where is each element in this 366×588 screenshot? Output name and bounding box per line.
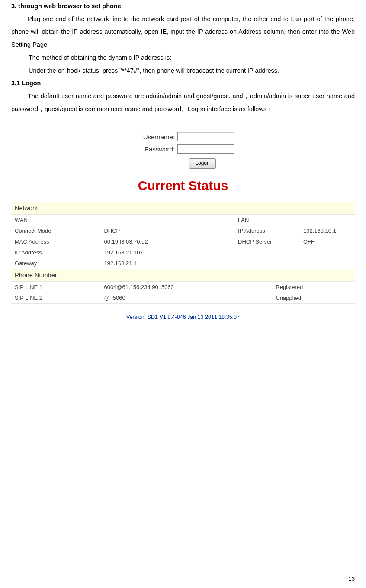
- para-logon: The default user name and password are a…: [11, 90, 355, 116]
- heading-3: 3. through web browser to set phone: [11, 0, 355, 13]
- divider: [11, 323, 355, 323]
- table-row: SIP LINE 16004@61.156.234.90 :5060Regist…: [11, 282, 355, 292]
- network-table: WANLAN Connect ModeDHCPIP Address192.168…: [11, 215, 355, 269]
- phone-section-header: Phone Number: [11, 269, 355, 282]
- cell: 192.168.10.1: [300, 225, 355, 236]
- password-label: Password:: [132, 145, 175, 153]
- cell: 192.168.21.1: [100, 258, 234, 269]
- cell: [234, 247, 300, 258]
- status-tables: Network WANLAN Connect ModeDHCPIP Addres…: [11, 202, 355, 304]
- table-row: MAC Address00:19:f3:03:70:d2DHCP ServerO…: [11, 236, 355, 247]
- table-row: IP Address192.168.21.107: [11, 247, 355, 258]
- current-status-title: Current Status: [11, 178, 355, 193]
- table-row: Gateway192.168.21.1: [11, 258, 355, 269]
- cell: Connect Mode: [11, 225, 100, 236]
- logon-button[interactable]: Logon: [189, 158, 216, 169]
- cell: [300, 258, 355, 269]
- cell: SIP LINE 2: [11, 292, 100, 303]
- cell: DHCP: [100, 225, 234, 236]
- cell: 192.168.21.107: [100, 247, 234, 258]
- cell: Gateway: [11, 258, 100, 269]
- cell: [100, 215, 234, 225]
- username-input[interactable]: [177, 132, 234, 141]
- para-intro: Plug one end of the network line to the …: [11, 13, 355, 51]
- cell: [300, 215, 355, 225]
- login-figure: Username: Password: Logon: [11, 131, 355, 169]
- cell: @ :5060: [100, 292, 272, 303]
- table-row: WANLAN: [11, 215, 355, 225]
- heading-3-1: 3.1 Logon: [11, 77, 355, 90]
- para-method: The method of obtaining the dynamic IP a…: [11, 51, 355, 64]
- table-row: Connect ModeDHCPIP Address192.168.10.1: [11, 225, 355, 236]
- cell: OFF: [300, 236, 355, 247]
- cell: IP Address: [11, 247, 100, 258]
- cell: 00:19:f3:03:70:d2: [100, 236, 234, 247]
- cell: MAC Address: [11, 236, 100, 247]
- cell: LAN: [234, 215, 300, 225]
- version-text: Version: SD1 V1.8.4-846 Jan 13 2011 18:3…: [11, 314, 355, 320]
- cell: DHCP Server: [234, 236, 300, 247]
- cell: IP Address: [234, 225, 300, 236]
- cell: SIP LINE 1: [11, 282, 100, 292]
- cell: [234, 258, 300, 269]
- page-number: 13: [349, 575, 355, 582]
- phone-table: SIP LINE 16004@61.156.234.90 :5060Regist…: [11, 282, 355, 303]
- para-onhook: Under the on-hook status, press "**47#",…: [11, 64, 355, 77]
- cell: 6004@61.156.234.90 :5060: [100, 282, 272, 292]
- cell: Unapplied: [272, 292, 355, 303]
- network-section-header: Network: [11, 202, 355, 215]
- password-input[interactable]: [177, 144, 234, 154]
- cell: Registered: [272, 282, 355, 292]
- cell: [300, 247, 355, 258]
- cell: WAN: [11, 215, 100, 225]
- table-row: SIP LINE 2@ :5060Unapplied: [11, 292, 355, 303]
- username-label: Username:: [132, 133, 175, 141]
